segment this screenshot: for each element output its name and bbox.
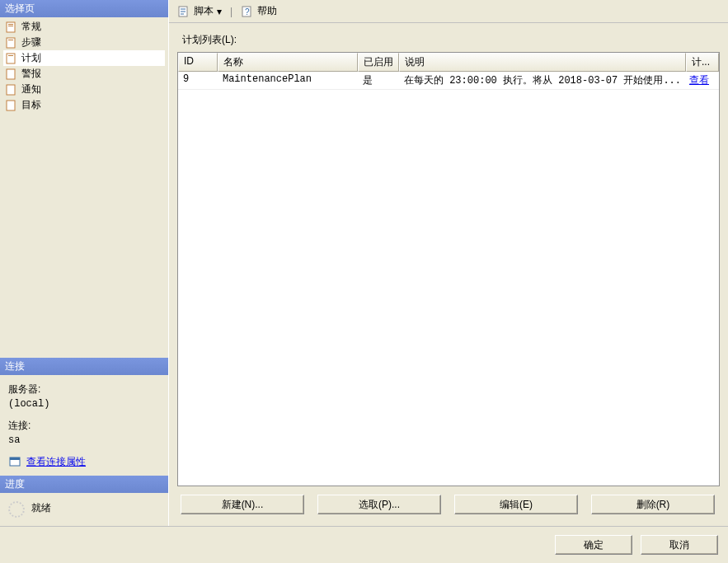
select-page-header: 选择页 bbox=[0, 0, 168, 17]
conn-value: sa bbox=[8, 433, 160, 448]
script-button[interactable]: 脚本 ▾ bbox=[174, 2, 225, 20]
progress-status: 就绪 bbox=[31, 501, 51, 515]
nav-list: 常规 步骤 计划 警报 bbox=[0, 17, 168, 115]
nav-label: 常规 bbox=[21, 20, 41, 34]
toolbar-separator: | bbox=[230, 6, 232, 17]
cell-name: MaintenancePlan bbox=[218, 72, 358, 89]
page-icon bbox=[5, 68, 18, 81]
help-icon: ? bbox=[241, 5, 254, 18]
server-value: (local) bbox=[8, 396, 160, 411]
progress-section: 就绪 bbox=[0, 493, 168, 526]
conn-label: 连接: bbox=[8, 418, 160, 433]
schedule-grid: ID 名称 已启用 说明 计... 9 MaintenancePlan 是 在每… bbox=[177, 52, 720, 486]
svg-rect-8 bbox=[7, 85, 15, 95]
svg-rect-1 bbox=[8, 24, 13, 25]
server-label: 服务器: bbox=[8, 382, 160, 396]
connection-section: 服务器: (local) 连接: sa 查看连接属性 bbox=[0, 375, 168, 476]
schedule-list-label: 计划列表(L): bbox=[182, 33, 720, 47]
page-icon bbox=[5, 52, 18, 65]
help-button[interactable]: ? 帮助 bbox=[237, 2, 280, 20]
cell-id: 9 bbox=[178, 72, 218, 89]
right-panel: 脚本 ▾ | ? 帮助 计划列表(L): ID 名称 已启用 说明 计... bbox=[169, 0, 728, 526]
nav-label: 目标 bbox=[21, 98, 41, 112]
table-row[interactable]: 9 MaintenancePlan 是 在每天的 23:00:00 执行。将从 … bbox=[178, 72, 719, 90]
svg-rect-6 bbox=[8, 55, 13, 56]
edit-button[interactable]: 编辑(E) bbox=[454, 495, 578, 514]
progress-header: 进度 bbox=[0, 476, 168, 493]
cell-enabled: 是 bbox=[358, 72, 399, 89]
nav-label: 通知 bbox=[21, 82, 41, 96]
left-panel: 选择页 常规 步骤 计划 bbox=[0, 0, 169, 526]
nav-notify[interactable]: 通知 bbox=[3, 82, 165, 97]
col-name[interactable]: 名称 bbox=[218, 53, 358, 72]
cell-view-link[interactable]: 查看 bbox=[686, 72, 719, 89]
svg-rect-2 bbox=[8, 26, 13, 26]
script-icon bbox=[177, 5, 190, 18]
cancel-button[interactable]: 取消 bbox=[641, 535, 718, 555]
connection-header: 连接 bbox=[0, 358, 168, 375]
nav-label: 计划 bbox=[21, 51, 41, 65]
svg-text:?: ? bbox=[245, 7, 250, 16]
nav-general[interactable]: 常规 bbox=[3, 19, 165, 35]
dialog-footer: 确定 取消 bbox=[0, 526, 728, 563]
action-buttons: 新建(N)... 选取(P)... 编辑(E) 删除(R) bbox=[177, 486, 720, 519]
cell-desc: 在每天的 23:00:00 执行。将从 2018-03-07 开始使用... bbox=[399, 72, 686, 89]
svg-rect-11 bbox=[10, 457, 20, 460]
spinner-icon bbox=[8, 501, 25, 518]
col-desc[interactable]: 说明 bbox=[399, 53, 686, 72]
page-icon bbox=[5, 36, 18, 49]
nav-schedules[interactable]: 计划 bbox=[3, 50, 165, 66]
ok-button[interactable]: 确定 bbox=[555, 535, 632, 555]
col-plan[interactable]: 计... bbox=[686, 53, 719, 72]
svg-rect-4 bbox=[8, 40, 13, 40]
script-label: 脚本 bbox=[194, 4, 214, 18]
page-icon bbox=[5, 21, 18, 34]
nav-steps[interactable]: 步骤 bbox=[3, 35, 165, 50]
page-icon bbox=[5, 83, 18, 96]
svg-rect-3 bbox=[7, 38, 15, 48]
svg-rect-7 bbox=[7, 69, 15, 79]
new-button[interactable]: 新建(N)... bbox=[181, 495, 304, 514]
dropdown-icon: ▾ bbox=[217, 6, 222, 17]
nav-label: 步骤 bbox=[21, 35, 41, 49]
pick-button[interactable]: 选取(P)... bbox=[317, 495, 441, 514]
view-connection-link[interactable]: 查看连接属性 bbox=[26, 454, 86, 469]
grid-header: ID 名称 已启用 说明 计... bbox=[178, 53, 719, 72]
svg-rect-0 bbox=[7, 22, 15, 32]
remove-button[interactable]: 删除(R) bbox=[591, 495, 715, 514]
svg-rect-9 bbox=[7, 101, 15, 110]
properties-icon bbox=[8, 455, 21, 468]
svg-rect-5 bbox=[7, 54, 15, 63]
col-id[interactable]: ID bbox=[178, 53, 218, 72]
col-enabled[interactable]: 已启用 bbox=[358, 53, 399, 72]
help-label: 帮助 bbox=[257, 4, 277, 18]
page-icon bbox=[5, 99, 18, 112]
nav-label: 警报 bbox=[21, 67, 41, 81]
nav-targets[interactable]: 目标 bbox=[3, 97, 165, 113]
nav-alerts[interactable]: 警报 bbox=[3, 66, 165, 82]
toolbar: 脚本 ▾ | ? 帮助 bbox=[169, 0, 728, 23]
